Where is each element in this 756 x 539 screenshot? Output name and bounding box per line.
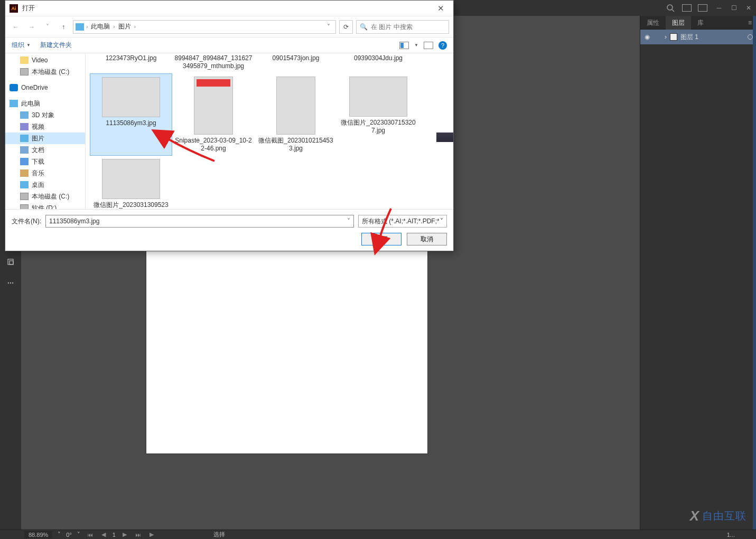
file-item[interactable]: 微信截图_20230102154533.jpg bbox=[255, 73, 337, 156]
file-item[interactable]: 8994847_8994847_1316273495879_mthumb.jpg bbox=[172, 54, 255, 73]
drive-icon bbox=[20, 68, 29, 75]
file-label: 09390304Jdu.jpg bbox=[354, 54, 403, 62]
recent-dropdown-icon[interactable]: ˅ bbox=[41, 21, 54, 33]
search-input[interactable] bbox=[371, 23, 445, 31]
svg-point-5 bbox=[10, 282, 11, 283]
filename-input[interactable]: 11135086ym3.jpg ˅ bbox=[45, 215, 354, 228]
tree-node-downloads[interactable]: 下载 bbox=[5, 156, 85, 167]
dialog-toolbar: 组织▼ 新建文件夹 ▼ ? bbox=[5, 37, 453, 53]
arrange-icon[interactable] bbox=[682, 4, 692, 12]
status-mode: 选择 bbox=[213, 531, 225, 538]
path-dropdown-icon[interactable]: ˅ bbox=[324, 23, 333, 31]
dialog-footer: 文件名(N): 11135086ym3.jpg ˅ 所有格式 (*.AI;*.A… bbox=[5, 209, 453, 251]
file-item-selected[interactable]: 11135086ym3.jpg bbox=[90, 73, 172, 156]
panel-tabs: 属性 图层 库 ≡ bbox=[640, 16, 756, 30]
prev-artboard-icon[interactable]: ◀ bbox=[100, 531, 107, 538]
more-tools-icon[interactable] bbox=[0, 272, 21, 294]
organize-button[interactable]: 组织▼ bbox=[12, 41, 31, 50]
next-artboard-icon[interactable]: ▶ bbox=[121, 531, 128, 538]
file-list[interactable]: 1223473RyO1.jpg 8994847_8994847_13162734… bbox=[86, 53, 453, 209]
tree-node-desktop[interactable]: 桌面 bbox=[5, 179, 85, 191]
search-icon: 🔍 bbox=[360, 23, 368, 31]
file-thumbnail bbox=[349, 77, 407, 117]
crumb-this-pc[interactable]: 此电脑 bbox=[89, 22, 112, 31]
tree-node-pictures[interactable]: 图片 bbox=[5, 133, 85, 144]
folder-icon bbox=[20, 56, 29, 64]
watermark: X 自由互联 bbox=[690, 508, 746, 524]
scroll-peek-thumbnail bbox=[436, 133, 453, 142]
svg-point-6 bbox=[12, 282, 13, 283]
artboard-tool-icon[interactable] bbox=[0, 251, 21, 272]
layer-row[interactable]: ◉ › 图层 1 bbox=[640, 30, 756, 44]
layer-thumbnail bbox=[670, 33, 677, 41]
file-item[interactable]: 09015473jon.jpg bbox=[255, 54, 337, 73]
file-item[interactable]: 微信图片_20230313095239.jpg bbox=[90, 156, 172, 209]
svg-rect-2 bbox=[8, 259, 13, 264]
file-item[interactable]: 09390304Jdu.jpg bbox=[337, 54, 419, 73]
cancel-button[interactable]: 取消 bbox=[407, 233, 447, 245]
search-icon[interactable] bbox=[666, 4, 675, 12]
tab-properties[interactable]: 属性 bbox=[640, 16, 666, 30]
tree-node-drive-c2[interactable]: 本地磁盘 (C:) bbox=[5, 191, 85, 202]
zoom-dropdown-icon[interactable]: ˅ bbox=[58, 531, 61, 538]
filetype-select[interactable]: 所有格式 (*.AI;*.AIT;*.PDF;*.DXF;*.SVG;*.SVG… bbox=[358, 215, 447, 228]
artboard-number[interactable]: 1 bbox=[113, 532, 116, 538]
angle-dropdown-icon[interactable]: ˅ bbox=[77, 531, 80, 538]
dialog-titlebar: Ai 打开 ✕ bbox=[5, 1, 453, 16]
tree-node-3d[interactable]: 3D 对象 bbox=[5, 109, 85, 121]
status-bar: 88.89% ˅ 0° ˅ ⏮ ◀ 1 ▶ ⏭ ▶ 选择 1... bbox=[0, 529, 756, 539]
file-item[interactable]: 微信图片_20230307153207.jpg bbox=[337, 73, 419, 156]
close-icon[interactable]: ✕ bbox=[432, 4, 449, 13]
tab-libraries[interactable]: 库 bbox=[691, 16, 710, 30]
tree-node-video[interactable]: Video bbox=[5, 54, 85, 66]
drive-icon bbox=[20, 204, 29, 209]
tree-node-videos[interactable]: 视频 bbox=[5, 121, 85, 133]
crumb-pictures[interactable]: 图片 bbox=[116, 22, 133, 31]
folder-tree[interactable]: Video 本地磁盘 (C:) OneDrive 此电脑 3D 对象 视频 图片… bbox=[5, 53, 86, 209]
visibility-icon[interactable]: ◉ bbox=[643, 33, 651, 41]
forward-button[interactable]: → bbox=[25, 21, 38, 33]
open-button[interactable]: 打开 bbox=[361, 233, 402, 245]
filetype-value: 所有格式 (*.AI;*.AIT;*.PDF;*.DXF;*.SVG;*.SVG… bbox=[362, 217, 440, 226]
search-box[interactable]: 🔍 bbox=[356, 20, 449, 34]
filetype-dropdown-icon[interactable]: ˅ bbox=[440, 218, 443, 225]
documents-icon bbox=[20, 146, 29, 154]
back-button[interactable]: ← bbox=[10, 21, 22, 33]
workspace-icon[interactable] bbox=[698, 4, 707, 12]
up-button[interactable]: ↑ bbox=[57, 21, 70, 33]
status-right: 1... bbox=[727, 532, 735, 538]
tree-node-this-pc[interactable]: 此电脑 bbox=[5, 98, 85, 109]
tree-node-drive-c[interactable]: 本地磁盘 (C:) bbox=[5, 66, 85, 78]
layer-target-icon[interactable] bbox=[748, 34, 753, 40]
desktop-icon bbox=[20, 181, 29, 188]
preview-pane-icon[interactable] bbox=[424, 42, 433, 49]
tree-node-music[interactable]: 音乐 bbox=[5, 167, 85, 179]
new-folder-button[interactable]: 新建文件夹 bbox=[40, 41, 72, 50]
file-label: 11135086ym3.jpg bbox=[106, 119, 156, 127]
first-artboard-icon[interactable]: ⏮ bbox=[86, 532, 95, 538]
file-item[interactable]: Snipaste_2023-03-09_10-22-46.png bbox=[172, 73, 255, 156]
refresh-button[interactable]: ⟳ bbox=[339, 20, 353, 34]
svg-rect-3 bbox=[10, 261, 13, 264]
view-dropdown-icon[interactable]: ▼ bbox=[414, 43, 418, 48]
videos-icon bbox=[20, 123, 29, 130]
drive-icon bbox=[20, 193, 29, 200]
layer-name: 图层 1 bbox=[680, 33, 698, 42]
svg-point-0 bbox=[667, 5, 673, 10]
app-close-button[interactable]: ✕ bbox=[743, 4, 754, 12]
tab-layers[interactable]: 图层 bbox=[666, 16, 691, 30]
file-item[interactable]: 1223473RyO1.jpg bbox=[90, 54, 172, 73]
last-artboard-icon[interactable]: ⏭ bbox=[134, 532, 143, 538]
minimize-button[interactable]: ─ bbox=[714, 4, 724, 12]
rotation-angle[interactable]: 0° bbox=[66, 532, 72, 538]
tree-node-drive-d[interactable]: 软件 (D:) bbox=[5, 202, 85, 209]
view-mode-icon[interactable] bbox=[399, 42, 409, 49]
breadcrumb[interactable]: › 此电脑 › 图片 › ˅ bbox=[73, 20, 336, 34]
zoom-level[interactable]: 88.89% bbox=[24, 531, 52, 538]
tree-node-documents[interactable]: 文档 bbox=[5, 144, 85, 156]
artboard-nav-icon[interactable]: ▶ bbox=[148, 531, 155, 538]
tree-node-onedrive[interactable]: OneDrive bbox=[5, 82, 85, 93]
filename-dropdown-icon[interactable]: ˅ bbox=[347, 218, 350, 225]
help-icon[interactable]: ? bbox=[438, 41, 447, 50]
maximize-button[interactable]: ☐ bbox=[729, 4, 739, 12]
